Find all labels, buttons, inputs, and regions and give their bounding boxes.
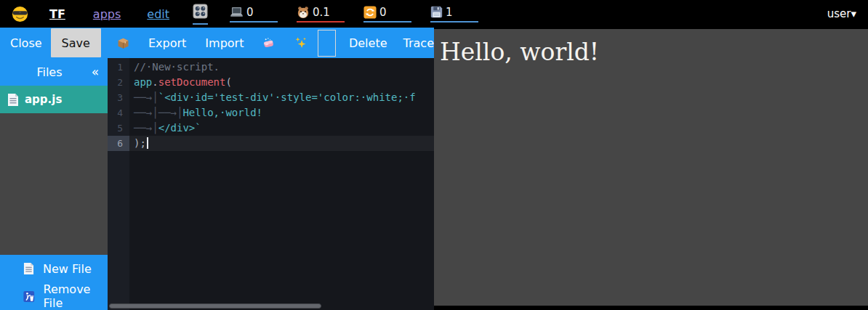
- save-count-field[interactable]: 1: [430, 6, 478, 23]
- cpu-count-field[interactable]: 0: [230, 6, 278, 23]
- control-knobs-icon: [193, 4, 208, 19]
- file-document-icon: [7, 93, 19, 107]
- repeat-count-value: 0: [379, 6, 387, 19]
- control-knobs-button[interactable]: [193, 4, 208, 25]
- code-line[interactable]: 5──→│</div>`: [108, 121, 434, 136]
- close-button[interactable]: Close: [10, 36, 42, 50]
- code-line[interactable]: 1//·New·script.: [108, 60, 434, 75]
- remove-file-label: Remove File: [44, 282, 108, 310]
- preview-pane: Hello, world!: [434, 29, 868, 306]
- floppy-icon: [430, 6, 443, 18]
- code-line[interactable]: 2app.setDocument(: [108, 75, 434, 90]
- remove-file-button[interactable]: Remove File: [0, 282, 108, 310]
- line-number: 6: [108, 136, 129, 151]
- hamster-rate-field[interactable]: 0.1: [297, 6, 345, 23]
- cpu-count-value: 0: [246, 6, 254, 19]
- save-button[interactable]: Save: [51, 28, 101, 57]
- repeat-icon: [363, 6, 377, 19]
- top-navbar: TF apps edit 0: [0, 0, 868, 28]
- apps-link[interactable]: apps: [93, 7, 121, 21]
- code-line[interactable]: 3──→│`<div·id='test-div'·style='color:·w…: [108, 90, 434, 105]
- brand-link[interactable]: TF: [49, 7, 65, 21]
- soap-icon[interactable]: [262, 35, 275, 51]
- files-header: Files «: [0, 58, 108, 86]
- save-count-value: 1: [446, 6, 453, 19]
- line-number: 5: [108, 121, 129, 136]
- file-list-empty-area: [0, 113, 108, 255]
- import-button[interactable]: Import: [205, 36, 244, 50]
- collapse-sidebar-button[interactable]: «: [83, 65, 108, 79]
- line-number: 3: [108, 90, 129, 105]
- line-number: 2: [108, 75, 129, 90]
- file-item-appjs[interactable]: app.js: [0, 86, 108, 113]
- new-file-button[interactable]: New File: [0, 255, 108, 282]
- code-line[interactable]: 6);: [108, 136, 434, 151]
- text-cursor: [147, 137, 148, 149]
- repeat-count-field[interactable]: 0: [363, 6, 411, 23]
- hamster-rate-value: 0.1: [313, 6, 330, 19]
- editor-toolbar: Close Save Export Import Delete: [0, 28, 434, 58]
- code-lines: 1//·New·script.2app.setDocument(3──→│`<d…: [108, 60, 434, 151]
- package-icon[interactable]: [117, 35, 129, 51]
- export-button[interactable]: Export: [148, 36, 186, 50]
- code-line[interactable]: 4──→│──→│Hello,·world!: [108, 105, 434, 121]
- new-file-icon: [23, 262, 34, 275]
- files-header-title: Files: [0, 65, 83, 79]
- trace-button[interactable]: Trace: [403, 36, 434, 50]
- file-name-label: app.js: [25, 93, 62, 106]
- edit-link[interactable]: edit: [147, 7, 169, 21]
- line-number: 4: [108, 105, 129, 121]
- line-number: 1: [108, 60, 129, 75]
- hamster-icon: [297, 6, 310, 19]
- sparkles-icon[interactable]: [294, 35, 307, 51]
- sunglasses-face-icon[interactable]: [12, 6, 28, 23]
- app-window: TF apps edit 0: [0, 0, 868, 310]
- horizontal-scrollbar-thumb[interactable]: [109, 303, 321, 309]
- user-menu[interactable]: user▾: [827, 7, 856, 20]
- files-sidebar: Files « app.js New File: [0, 58, 108, 310]
- litter-bin-icon: [23, 290, 35, 303]
- delete-button[interactable]: Delete: [349, 36, 387, 50]
- blank-toolbar-button[interactable]: [318, 30, 336, 57]
- laptop-icon: [230, 7, 244, 17]
- preview-hello-text: Hello, world!: [434, 29, 868, 66]
- new-file-label: New File: [43, 262, 92, 276]
- code-editor[interactable]: 1//·New·script.2app.setDocument(3──→│`<d…: [108, 58, 434, 310]
